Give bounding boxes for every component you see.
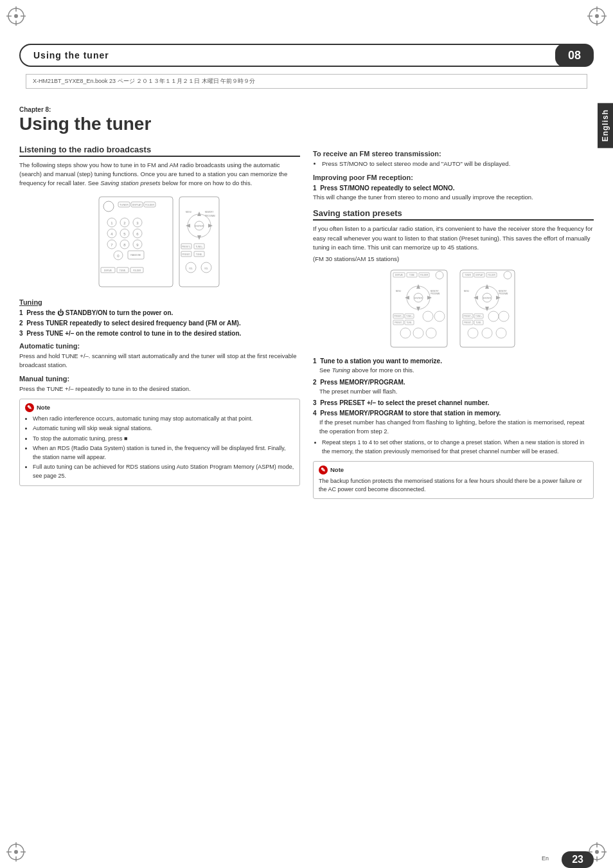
auto-tuning-text: Press and hold TUNE +/–. scanning will s… (19, 352, 300, 370)
corner-mark-bl (6, 842, 26, 862)
poor-fm-heading: Improving poor FM reception: (313, 174, 594, 181)
chapter-title: Using the tuner (19, 114, 594, 134)
right-device-image-area: DISPLAY TUNE FOLDER ENTER MENU MEMORY (313, 269, 594, 352)
preset-step4: 4 Press MEMORY/PROGRAM to store that sta… (313, 410, 594, 417)
svg-text:ENTER: ENTER (414, 297, 422, 300)
svg-point-112 (413, 328, 423, 338)
svg-text:FOLDER: FOLDER (132, 269, 141, 271)
columns-container: Listening to the radio broadcasts The fo… (19, 145, 594, 499)
svg-text:3: 3 (136, 221, 139, 224)
svg-text:PRESET-: PRESET- (182, 253, 190, 255)
file-info-bar: X-HM21BT_SYXE8_En.book 23 ページ ２０１３年１１月２１… (26, 74, 587, 89)
svg-point-141 (499, 311, 509, 321)
preset-step2-note: The preset number will flash. (319, 387, 594, 396)
preset-step3: 3 Press PRESET +/– to select the preset … (313, 399, 594, 406)
svg-text:DISPLAY: DISPLAY (103, 269, 111, 271)
svg-text:1: 1 (111, 221, 113, 224)
poor-fm-step1-desc: This will change the tuner from stereo t… (313, 193, 594, 202)
right-note-box: ✎ Note The backup function protects the … (313, 461, 594, 498)
svg-text:PROGRAM: PROGRAM (205, 215, 215, 217)
svg-text:4: 4 (111, 231, 113, 235)
svg-text:5: 5 (123, 231, 126, 235)
svg-text:VOL: VOL (188, 267, 192, 269)
svg-text:0: 0 (117, 253, 120, 257)
preset-bullet-1: Repeat steps 1 to 4 to set other station… (322, 439, 594, 456)
preset-step2: 2 Press MEMORY/PROGRAM. (313, 379, 594, 386)
svg-point-111 (400, 328, 411, 338)
svg-text:PRESET+: PRESET+ (394, 315, 402, 318)
poor-fm-step1: 1 Press ST/MONO repeatedly to select MON… (313, 185, 594, 192)
left-note-title: ✎ Note (25, 403, 294, 412)
left-note-list: When radio interference occurs, automati… (25, 415, 294, 481)
svg-marker-64 (197, 212, 201, 216)
left-note-item-5: Full auto tuning can be achieved for RDS… (33, 463, 294, 480)
svg-text:TUNER: TUNER (465, 274, 471, 276)
saving-presets-heading: Saving station presets (313, 208, 594, 221)
svg-text:PROGRAM: PROGRAM (499, 293, 508, 295)
svg-text:TUNE+: TUNE+ (406, 315, 413, 318)
left-column: Listening to the radio broadcasts The fo… (19, 145, 300, 499)
right-note-text: The backup function protects the memoris… (319, 477, 588, 494)
step3-line: 3 Press TUNE +/– on the remote control t… (19, 330, 300, 337)
tuning-section-heading: Tuning (19, 298, 300, 306)
svg-point-110 (434, 311, 445, 321)
fm-stereo-text: Press ST/MONO to select stereo mode and … (322, 159, 594, 168)
corner-mark-tl (6, 6, 26, 26)
svg-point-113 (426, 328, 436, 338)
svg-point-121 (504, 271, 511, 279)
svg-rect-60 (179, 197, 219, 287)
note-icon-left: ✎ (25, 403, 34, 412)
fm-stereo-list: Press ST/MONO to select stereo mode and … (313, 159, 594, 168)
svg-text:7: 7 (111, 242, 113, 246)
chapter-label: Chapter 8: (19, 106, 594, 113)
svg-text:PRESET-: PRESET- (395, 321, 402, 324)
svg-text:DISPLAY: DISPLAY (475, 274, 483, 276)
svg-text:TUNER: TUNER (120, 203, 129, 206)
header-title: Using the tuner (33, 50, 109, 60)
svg-text:DISPLAY: DISPLAY (395, 274, 402, 276)
manual-tuning-heading: Manual tuning: (19, 375, 300, 383)
svg-text:PRESET+: PRESET+ (182, 245, 191, 248)
step1-line: 1 Press the ⏻ STANDBY/ON to turn the pow… (19, 309, 300, 316)
right-note-title: ✎ Note (319, 466, 588, 475)
svg-text:ENTER: ENTER (483, 297, 491, 300)
svg-marker-65 (197, 235, 201, 240)
header-chapter-num: 08 (555, 44, 594, 67)
svg-text:MEMORY: MEMORY (205, 211, 213, 213)
preset-step1-note: See Tuning above for more on this. (319, 366, 594, 375)
page-number: 23 (562, 851, 594, 868)
file-info-text: X-HM21BT_SYXE8_En.book 23 ページ ２０１３年１１月２１… (33, 77, 255, 86)
svg-point-140 (488, 311, 499, 321)
left-note-item-2: Automatic tuning will skip weak signal s… (33, 424, 294, 433)
svg-text:ENTER: ENTER (195, 224, 204, 228)
svg-point-25 (103, 201, 114, 212)
svg-text:TUNE-: TUNE- (475, 321, 481, 324)
svg-point-13 (14, 850, 18, 854)
left-note-item-4: When an RDS (Radio Data System) station … (33, 444, 294, 462)
saving-presets-intro: If you often listen to a particular radi… (313, 224, 594, 252)
svg-point-19 (595, 850, 599, 854)
svg-text:DISPLAY: DISPLAY (132, 204, 141, 206)
listening-section-heading: Listening to the radio broadcasts (19, 145, 300, 157)
svg-point-109 (423, 311, 433, 321)
auto-tuning-heading: Automatic tuning: (19, 342, 300, 350)
svg-point-90 (436, 271, 443, 279)
svg-rect-24 (99, 197, 173, 287)
svg-point-142 (468, 328, 478, 338)
svg-point-1 (14, 14, 18, 18)
left-device-image-area: TUNER DISPLAY FOLDER 1 2 3 4 5 6 7 8 9 (19, 194, 300, 293)
left-note-box: ✎ Note When radio interference occurs, a… (19, 399, 300, 486)
fm-stereo-heading: To receive an FM stereo transmission: (313, 150, 594, 158)
svg-point-7 (595, 14, 599, 18)
svg-text:PRESET+: PRESET+ (463, 315, 472, 318)
svg-text:PRESET-: PRESET- (464, 321, 472, 324)
svg-text:TUNE+: TUNE+ (475, 315, 482, 318)
svg-text:TUNE-: TUNE- (195, 253, 203, 255)
right-column: To receive an FM stereo transmission: Pr… (313, 145, 594, 499)
step2-line: 2 Press TUNER repeatedly to select desir… (19, 320, 300, 327)
main-content: Chapter 8: Using the tuner Listening to … (19, 93, 594, 842)
svg-text:MENU: MENU (186, 211, 191, 213)
preset-step4-note: If the preset number has changed from fl… (319, 418, 594, 437)
svg-text:8: 8 (123, 242, 126, 246)
svg-text:TUNE+: TUNE+ (195, 245, 203, 248)
